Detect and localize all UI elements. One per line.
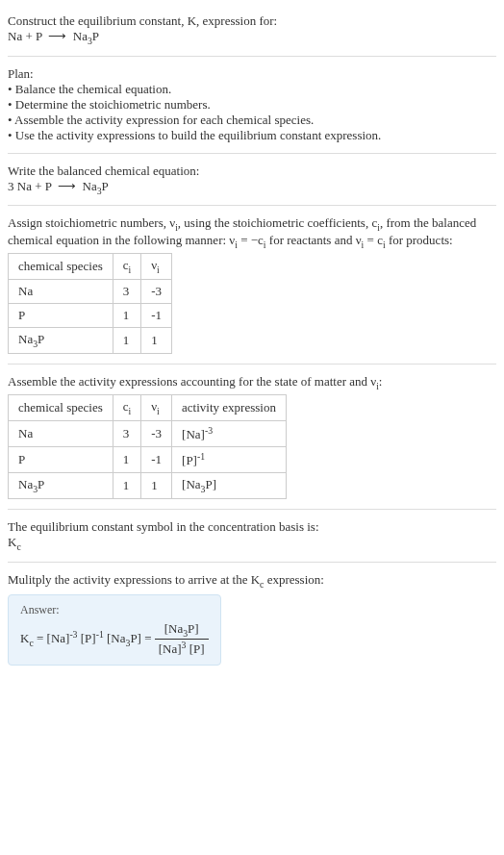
prompt-line1: Construct the equilibrium constant, K, e… <box>8 13 496 29</box>
divider <box>8 153 496 154</box>
cell-activity: [Na3P] <box>172 473 287 499</box>
answer-expression: Kc = [Na]-3 [P]-1 [Na3P] = [Na3P] [Na]3 … <box>20 621 209 657</box>
fraction-denominator: [Na]3 [P] <box>155 640 209 657</box>
cell-activity: [P]-1 <box>172 447 287 473</box>
cell-ci: 1 <box>113 447 141 473</box>
activity-heading: Assemble the activity expressions accoun… <box>8 374 496 391</box>
divider <box>8 562 496 563</box>
plan-item: • Assemble the activity expression for e… <box>8 113 496 128</box>
cell-species: P <box>9 447 113 473</box>
plan-block: Plan: • Balance the chemical equation. •… <box>8 61 496 149</box>
col-activity: activity expression <box>172 395 287 421</box>
answer-label: Answer: <box>20 603 209 617</box>
cell-ci: 1 <box>113 473 141 499</box>
answer-lhs: Kc = [Na]-3 [P]-1 [Na3P] = <box>20 631 152 645</box>
plan-item-text: Assemble the activity expression for eac… <box>14 113 314 127</box>
table-row: Na3P 1 1 [Na3P] <box>9 473 287 499</box>
divider <box>8 364 496 365</box>
multiply-block: Mulitply the activity expressions to arr… <box>8 566 496 672</box>
table-row: Na 3 -3 <box>9 279 172 303</box>
col-ci: ci <box>113 395 141 421</box>
divider <box>8 56 496 57</box>
col-vi: νi <box>141 254 172 280</box>
plan-item: • Balance the chemical equation. <box>8 82 496 97</box>
col-species: chemical species <box>9 254 113 280</box>
cell-vi: -1 <box>141 303 172 327</box>
prompt-block: Construct the equilibrium constant, K, e… <box>8 8 496 52</box>
cell-vi: -3 <box>141 279 172 303</box>
symbol-block: The equilibrium constant symbol in the c… <box>8 514 496 558</box>
answer-fraction: [Na3P] [Na]3 [P] <box>155 621 209 657</box>
stoich-table: chemical species ci νi Na 3 -3 P 1 -1 Na… <box>8 253 172 353</box>
table-row: P 1 -1 <box>9 303 172 327</box>
table-row: Na3P 1 1 <box>9 327 172 353</box>
symbol-value: Kc <box>8 535 496 552</box>
plan-item: • Determine the stoichiometric numbers. <box>8 97 496 113</box>
cell-activity: [Na]-3 <box>172 420 287 446</box>
cell-species: Na <box>9 420 113 446</box>
table-header-row: chemical species ci νi <box>9 254 172 280</box>
assign-block: Assign stoichiometric numbers, νi, using… <box>8 210 496 359</box>
divider <box>8 509 496 510</box>
table-header-row: chemical species ci νi activity expressi… <box>9 395 287 421</box>
balanced-block: Write the balanced chemical equation: 3 … <box>8 158 496 202</box>
cell-vi: -3 <box>141 420 172 446</box>
plan-item-text: Balance the chemical equation. <box>15 82 171 96</box>
col-vi: νi <box>141 395 172 421</box>
plan-item: • Use the activity expressions to build … <box>8 128 496 143</box>
cell-species: Na3P <box>9 473 113 499</box>
cell-ci: 3 <box>113 420 141 446</box>
multiply-heading: Mulitply the activity expressions to arr… <box>8 572 496 590</box>
activity-table: chemical species ci νi activity expressi… <box>8 394 287 499</box>
answer-box: Answer: Kc = [Na]-3 [P]-1 [Na3P] = [Na3P… <box>8 594 221 666</box>
cell-ci: 1 <box>113 327 141 353</box>
cell-vi: 1 <box>141 327 172 353</box>
plan-heading: Plan: <box>8 66 496 82</box>
table-row: P 1 -1 [P]-1 <box>9 447 287 473</box>
col-ci: ci <box>113 254 141 280</box>
col-species: chemical species <box>9 395 113 421</box>
balanced-heading: Write the balanced chemical equation: <box>8 163 496 179</box>
cell-species: Na <box>9 279 113 303</box>
balanced-equation: 3 Na + P ⟶ Na3P <box>8 179 496 196</box>
cell-ci: 1 <box>113 303 141 327</box>
plan-item-text: Use the activity expressions to build th… <box>15 128 382 142</box>
cell-vi: -1 <box>141 447 172 473</box>
prompt-equation: Na + P ⟶ Na3P <box>8 29 496 46</box>
cell-vi: 1 <box>141 473 172 499</box>
assign-text: Assign stoichiometric numbers, νi, using… <box>8 215 496 249</box>
activity-block: Assemble the activity expressions accoun… <box>8 368 496 505</box>
divider <box>8 205 496 206</box>
table-row: Na 3 -3 [Na]-3 <box>9 420 287 446</box>
cell-species: Na3P <box>9 327 113 353</box>
symbol-heading: The equilibrium constant symbol in the c… <box>8 519 496 535</box>
fraction-numerator: [Na3P] <box>155 621 209 640</box>
cell-ci: 3 <box>113 279 141 303</box>
cell-species: P <box>9 303 113 327</box>
plan-item-text: Determine the stoichiometric numbers. <box>15 97 211 112</box>
